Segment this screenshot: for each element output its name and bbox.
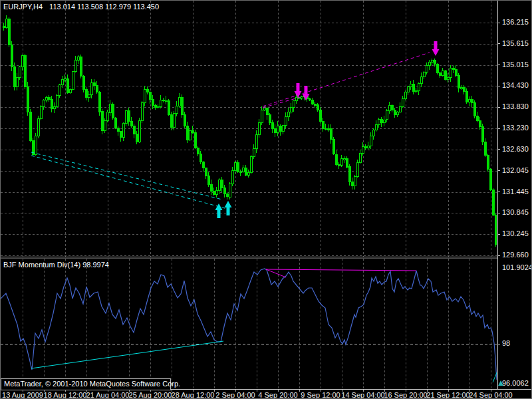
momentum-line[interactable] <box>1 269 497 380</box>
time-axis-label: 14 Sep 04:00 <box>341 391 384 399</box>
price-tick <box>497 23 500 23</box>
price-tick <box>497 107 500 108</box>
price-tick <box>497 65 500 65</box>
price-tick <box>497 86 500 86</box>
axis-cursor-marker <box>498 380 503 386</box>
price-tick <box>497 170 500 171</box>
chart-symbol-period: EURJPY,H4 <box>3 3 43 11</box>
price-chart-canvas[interactable] <box>1 1 497 257</box>
time-axis-label: 16 Sep 20:00 <box>384 391 427 399</box>
price-tick <box>497 43 500 44</box>
indicator-canvas[interactable] <box>1 259 497 389</box>
time-axis-label: 18 Aug 12:00 <box>44 391 87 399</box>
time-tick <box>299 390 300 392</box>
price-axis-label: 131.445 <box>502 188 529 196</box>
price-tick <box>497 128 500 129</box>
price-tick <box>497 192 500 192</box>
chart-title: EURJPY,H4113.014 113.508 112.979 113.450 <box>3 3 159 11</box>
price-axis-label: 133.230 <box>502 124 529 132</box>
time-axis-label: 21 Sep 12:00 <box>426 391 469 399</box>
time-axis-label: 9 Sep 12:00 <box>301 391 340 399</box>
price-axis-label: 136.215 <box>502 18 529 26</box>
price-tick <box>497 234 500 235</box>
indicator-level-tick <box>497 344 500 344</box>
price-axis-label: 132.630 <box>502 145 529 153</box>
price-axis-label: 130.245 <box>502 229 529 237</box>
indicator-grid <box>23 259 491 389</box>
time-axis[interactable]: 13 Aug 200918 Aug 12:0021 Aug 04:0025 Au… <box>1 390 532 399</box>
price-tick <box>497 213 500 213</box>
candlestick-series[interactable] <box>3 15 497 246</box>
time-axis-label: 25 Aug 20:00 <box>129 391 172 399</box>
indicator-trendline[interactable] <box>31 341 223 368</box>
price-axis-label: 135.015 <box>502 61 529 68</box>
time-tick <box>257 390 257 392</box>
signal-arrow-down-icon[interactable] <box>295 83 302 98</box>
chart-ohlc-quotes: 113.014 113.508 112.979 113.450 <box>49 3 159 11</box>
time-axis-label: 2 Sep 04:00 <box>215 391 255 399</box>
indicator-max-label: 101.9024 <box>502 263 532 271</box>
price-chart-panel[interactable]: EURJPY,H4113.014 113.508 112.979 113.450 <box>1 1 497 257</box>
price-axis-label: 129.660 <box>502 251 529 259</box>
metatrader-chart-window: EURJPY,H4113.014 113.508 112.979 113.450… <box>0 0 532 399</box>
indicator-min-label: 96.0062 <box>502 379 529 387</box>
price-tick <box>497 149 500 150</box>
trendline-dashed[interactable] <box>31 152 222 200</box>
price-tick <box>497 255 500 256</box>
price-axis-label: 135.615 <box>502 39 529 47</box>
copyright-text: MetaTrader, © 2001-2010 MetaQuotes Softw… <box>1 379 170 388</box>
price-axis-label: 134.430 <box>502 81 529 89</box>
indicator-level-label: 98 <box>502 339 510 347</box>
signal-arrow-down-icon[interactable] <box>432 41 440 56</box>
main-grid <box>1 1 497 257</box>
trendline-dashed[interactable] <box>263 96 305 108</box>
price-axis[interactable]: 101.9024 98 96.0062 136.215135.615135.01… <box>497 1 532 399</box>
indicator-panel[interactable]: BJF Momentum Div(14) 98.9974 <box>1 259 497 389</box>
time-axis-label: 4 Sep 20:00 <box>258 391 297 399</box>
panel-separator[interactable] <box>1 257 497 257</box>
time-axis-label: 21 Aug 04:00 <box>86 391 130 399</box>
indicator-trendline[interactable] <box>266 269 416 271</box>
copyright-watermark: MetaTrader, © 2001-2010 MetaQuotes Softw… <box>1 378 171 390</box>
price-axis-label: 132.045 <box>502 166 529 174</box>
price-axis-label: 133.830 <box>502 102 529 110</box>
time-axis-label: 28 Aug 12:00 <box>172 391 215 399</box>
time-axis-label: 13 Aug 2009 <box>2 391 43 399</box>
trendline-dashed[interactable] <box>31 156 229 209</box>
time-axis-label: 24 Sep 04:00 <box>469 391 512 399</box>
indicator-title: BJF Momentum Div(14) 98.9974 <box>3 261 109 269</box>
price-axis-label: 130.845 <box>502 208 529 216</box>
